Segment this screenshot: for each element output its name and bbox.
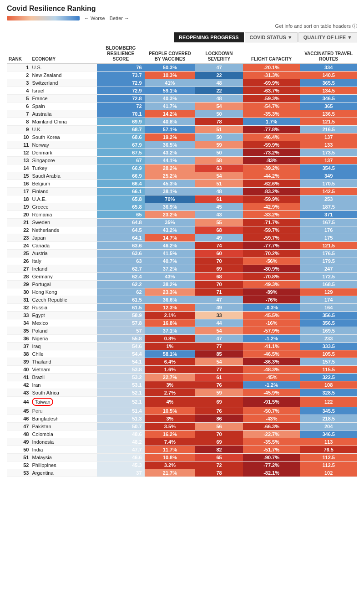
data-cell: 172.5 — [300, 273, 357, 281]
data-cell: 77 — [195, 366, 243, 374]
data-cell: 46.2% — [145, 242, 196, 250]
score-cell: 62.7 — [97, 265, 145, 273]
data-cell: -82.1% — [243, 469, 300, 477]
score-cell: 65.8 — [97, 195, 145, 203]
data-cell: 22 — [195, 72, 243, 79]
economy-cell: Austria — [30, 250, 96, 257]
data-cell: 54 — [195, 103, 243, 110]
data-cell: 216.5 — [300, 126, 357, 133]
data-cell: 54 — [195, 172, 243, 180]
data-cell: 4% — [145, 397, 196, 407]
rank-cell: 50 — [7, 446, 30, 454]
score-cell: 69.9 — [97, 118, 145, 126]
economy-cell: Norway — [30, 141, 96, 149]
data-cell: 22 — [195, 87, 243, 95]
data-cell: -49.3% — [243, 281, 300, 288]
table-row: 1 U.S. 76 50.3% 47 -20.1% 334 — [7, 64, 357, 72]
table-row: 13 Singapore 67 44.1% 58 -83% 137 — [7, 157, 357, 164]
table-row: 44 Taiwan 52.1 4% 69 -91.5% 122 — [7, 397, 357, 407]
data-cell: -86.3% — [243, 358, 300, 366]
rank-cell: 46 — [7, 415, 30, 423]
data-cell: 76 — [195, 407, 243, 415]
table-row: 3 Switzerland 72.9 41% 48 -69.9% 365.5 — [7, 79, 357, 87]
rank-cell: 24 — [7, 242, 30, 250]
economy-cell: Argentina — [30, 469, 96, 477]
tab-quality[interactable]: QUALITY OF LIFE ▼ — [298, 32, 357, 42]
data-cell: 68 — [195, 226, 243, 234]
economy-cell: Chile — [30, 350, 96, 358]
data-cell: 176 — [300, 226, 357, 234]
data-cell: 48 — [195, 188, 243, 195]
data-cell: -83.2% — [243, 188, 300, 195]
data-cell: 12.3% — [145, 304, 196, 312]
data-cell: 233 — [300, 335, 357, 343]
rank-cell: 2 — [7, 72, 30, 79]
economy-cell: Indonesia — [30, 438, 96, 446]
economy-cell: Russia — [30, 304, 96, 312]
data-cell: 40.3% — [145, 95, 196, 103]
data-cell: 47 — [195, 64, 243, 72]
data-cell: 14.7% — [145, 234, 196, 242]
col-resilience[interactable]: BLOOMBERGRESILIENCE SCORE — [97, 44, 145, 64]
rank-cell: 49 — [7, 438, 30, 446]
table-row: 27 Ireland 62.7 37.2% 69 -80.9% 247 — [7, 265, 357, 273]
data-cell: 37.1% — [145, 327, 196, 335]
data-cell: -48.3% — [243, 366, 300, 374]
economy-cell: Canada — [30, 242, 96, 250]
col-vaccines[interactable]: PEOPLE COVEREDBY VACCINES — [145, 44, 196, 64]
economy-cell: Switzerland — [30, 79, 96, 87]
data-cell: 28.2% — [145, 164, 196, 172]
data-cell: 10.3% — [145, 72, 196, 79]
economy-cell: Sweden — [30, 219, 96, 226]
col-rank[interactable]: RANK — [7, 44, 30, 64]
economy-cell: Pakistan — [30, 423, 96, 431]
score-cell: 53.2 — [97, 374, 145, 381]
data-cell: 179.5 — [300, 257, 357, 265]
data-cell: 58 — [195, 157, 243, 164]
data-cell: 167.5 — [300, 219, 357, 226]
tab-reopening[interactable]: REOPENING PROGRESS — [174, 32, 243, 42]
data-cell: 49 — [195, 234, 243, 242]
data-cell: -45% — [243, 374, 300, 381]
rank-cell: 11 — [7, 141, 30, 149]
table-row: 29 Portugal 62.2 38.2% 70 -49.3% 168.5 — [7, 281, 357, 288]
table-row: 36 Nigeria 55.8 0.8% 47 -1.2% 233 — [7, 335, 357, 343]
economy-cell: Hong Kong — [30, 288, 96, 296]
economy-cell: Mainland China — [30, 118, 96, 126]
economy-cell: U.S. — [30, 64, 96, 72]
table-row: 50 India 47.7 11.7% 82 -51.7% 76.5 — [7, 446, 357, 454]
score-cell: 65 — [97, 211, 145, 219]
economy-cell: Italy — [30, 257, 96, 265]
score-cell: 53.1 — [97, 381, 145, 389]
col-economy[interactable]: ECONOMY — [30, 44, 96, 64]
data-cell: 41.7% — [145, 103, 196, 110]
data-cell: 38.2% — [145, 281, 196, 288]
gradient-bar — [7, 16, 80, 21]
col-lockdown[interactable]: LOCKDOWN SEVERITY — [195, 44, 243, 64]
data-cell: 60 — [195, 250, 243, 257]
col-flight[interactable]: FLIGHT CAPACITY — [243, 44, 300, 64]
data-cell: 48 — [195, 95, 243, 103]
data-cell: 14.2% — [145, 110, 196, 118]
rank-cell: 17 — [7, 188, 30, 195]
rank-cell: 39 — [7, 358, 30, 366]
col-travel[interactable]: VACCINATED TRAVELROUTES — [300, 44, 357, 64]
data-cell: 133 — [300, 141, 357, 149]
data-cell: 328.5 — [300, 389, 357, 397]
rank-cell: 29 — [7, 281, 30, 288]
data-cell: 175 — [300, 234, 357, 242]
data-cell: 50 — [195, 110, 243, 118]
rank-cell: 45 — [7, 407, 30, 415]
data-cell: 356.5 — [300, 319, 357, 327]
table-row: 53 Argentina 37 21.7% 78 -82.1% 102 — [7, 469, 357, 477]
data-cell: -77.8% — [243, 126, 300, 133]
data-cell: 170.5 — [300, 180, 357, 188]
data-cell: 21.7% — [145, 469, 196, 477]
score-cell: 72.8 — [97, 95, 145, 103]
table-row: 49 Indonesia 48.2 7.4% 69 -35.5% 113 — [7, 438, 357, 446]
data-cell: 102 — [300, 469, 357, 477]
table-row: 28 Germany 62.4 43% 68 -70.8% 172.5 — [7, 273, 357, 281]
data-cell: 70 — [195, 281, 243, 288]
tab-covid[interactable]: COVID STATUS ▼ — [245, 32, 298, 42]
score-cell: 51.3 — [97, 415, 145, 423]
